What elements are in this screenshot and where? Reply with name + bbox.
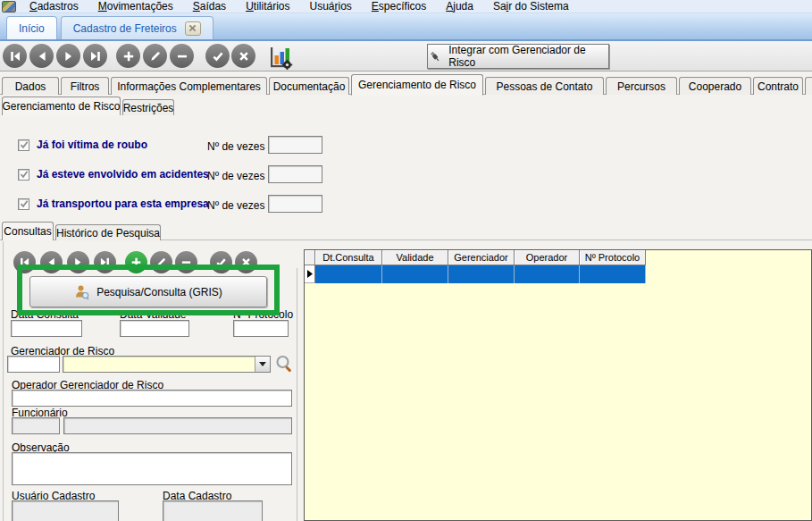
previous-record-icon [46, 256, 57, 268]
menu-item-usuarios[interactable]: Usuários [299, 0, 361, 13]
gray-check-icon [20, 199, 29, 208]
times-input-2[interactable] [268, 165, 322, 183]
plus-icon [122, 50, 135, 63]
pencil-icon [155, 256, 167, 268]
window-tab-cadastro-freteiros[interactable]: Cadastro de Freteiros [61, 16, 213, 39]
cancel-button[interactable] [231, 44, 255, 68]
data-validade-label: Data Validade [120, 308, 187, 321]
tab-cooperado[interactable]: Cooperado [679, 77, 751, 95]
gray-check-icon [20, 140, 29, 149]
tab-historico-de-pesquisa[interactable]: Histórico de Pesquisa [55, 224, 161, 240]
data-consulta-input[interactable] [11, 320, 82, 337]
funcionario-codigo-input[interactable] [12, 417, 60, 434]
menu-item-especificos[interactable]: Específicos [362, 0, 436, 13]
tab-contrato[interactable]: Contrato [753, 77, 803, 95]
search-magnifier-icon[interactable] [274, 354, 295, 374]
subtab-gerenciamento-de-risco[interactable]: Gerenciamento de Risco [2, 97, 121, 115]
num-protocolo-input[interactable] [233, 320, 289, 337]
next-record-button[interactable] [56, 44, 80, 68]
menu-item-movimentacoes[interactable]: Movimentações [88, 0, 183, 13]
grid-col-dt-consulta[interactable]: Dt.Consulta [315, 250, 382, 265]
integrate-risk-manager-button[interactable]: Integrar com Gerenciador de Risco [427, 44, 609, 69]
tab-consultas[interactable]: Consultas [2, 222, 54, 240]
data-consulta-label: Data Consulta [11, 308, 79, 321]
usuario-cadastro-input[interactable] [12, 500, 119, 521]
consult-edit-record-button[interactable] [150, 251, 172, 273]
grid-cell[interactable] [315, 265, 382, 283]
menu-item-ajuda[interactable]: Ajuda [436, 0, 483, 13]
plus-icon [130, 256, 142, 268]
consult-delete-record-button[interactable] [175, 251, 197, 273]
tab-dados[interactable]: Dados [2, 77, 59, 95]
menu-item-cadastros[interactable]: Cadastros [20, 0, 88, 13]
combo-dropdown-button[interactable] [255, 357, 270, 372]
data-cadastro-input[interactable] [163, 500, 263, 521]
checkbox-acidentes[interactable] [18, 169, 29, 181]
operador-input[interactable] [12, 390, 292, 407]
times-input-1[interactable] [268, 136, 322, 154]
tab-partial-clipped[interactable]: M [805, 77, 812, 95]
observacao-textarea[interactable] [12, 452, 292, 485]
window-tab-strip: Início Cadastro de Freteiros [0, 13, 812, 41]
consult-confirm-button[interactable] [210, 251, 232, 273]
add-record-button[interactable] [116, 44, 140, 68]
tab-gerenciamento-de-risco[interactable]: Gerenciamento de Risco [351, 74, 483, 96]
grid-cell[interactable] [448, 265, 515, 283]
grid-col-validade[interactable]: Validade [382, 250, 448, 265]
grid-col-num-protocolo[interactable]: Nº Protocolo [580, 250, 646, 265]
consult-next-record-button[interactable] [67, 251, 89, 273]
last-record-icon [89, 50, 102, 63]
grid-cell[interactable] [515, 265, 580, 283]
delete-record-button[interactable] [170, 44, 194, 68]
last-record-button[interactable] [83, 44, 107, 68]
tab-documentacao[interactable]: Documentação [269, 77, 349, 95]
grid-col-operador[interactable]: Operador [515, 250, 580, 265]
close-tab-icon[interactable] [185, 21, 201, 36]
times-input-3[interactable] [268, 195, 322, 213]
tab-filtros[interactable]: Filtros [61, 77, 109, 95]
consultas-grid[interactable]: Dt.Consulta Validade Gerenciador Operado… [304, 249, 812, 521]
first-record-icon [19, 256, 30, 268]
times-label-1: Nº de vezes [207, 140, 264, 153]
minus-icon [176, 50, 188, 63]
panel-left-edge [3, 241, 4, 521]
last-record-icon [99, 256, 111, 268]
consult-add-record-button[interactable] [125, 251, 147, 273]
grid-header-row: Dt.Consulta Validade Gerenciador Operado… [305, 250, 811, 265]
edit-record-button[interactable] [143, 44, 167, 68]
grid-cell[interactable] [580, 265, 646, 283]
grid-col-gerenciador[interactable]: Gerenciador [448, 250, 515, 265]
gerenciador-combo[interactable] [63, 356, 271, 373]
confirm-button[interactable] [205, 44, 230, 68]
first-record-button[interactable] [3, 44, 27, 68]
consult-last-record-button[interactable] [94, 251, 116, 273]
pesquisa-consulta-gris-button[interactable]: Pesquisa/Consulta (GRIS) [29, 276, 267, 307]
checkbox-vitima-roubo[interactable] [18, 139, 29, 151]
tab-percursos[interactable]: Percursos [606, 77, 677, 95]
window-tab-inicio[interactable]: Início [6, 16, 57, 39]
integrate-button-label: Integrar com Gerenciador de Risco [448, 44, 608, 69]
menu-item-utilitarios[interactable]: Utilitários [236, 0, 299, 13]
chart-report-button[interactable] [267, 43, 294, 70]
tab-pessoas-de-contato[interactable]: Pessoas de Contato [485, 77, 604, 95]
consult-cancel-button[interactable] [235, 251, 257, 273]
consult-first-record-button[interactable] [13, 251, 36, 273]
grid-cell[interactable] [382, 265, 448, 283]
menu-item-saidas[interactable]: Saídas [183, 0, 236, 13]
gray-check-icon [20, 170, 29, 179]
gerenciador-codigo-input[interactable] [7, 356, 60, 373]
check-icon [212, 50, 224, 63]
pesquisa-button-label: Pesquisa/Consulta (GRIS) [96, 286, 222, 298]
x-icon [240, 256, 252, 268]
menu-item-sair-do-sistema[interactable]: Sair do Sistema [483, 0, 579, 13]
consult-previous-record-button[interactable] [40, 251, 63, 273]
previous-record-button[interactable] [29, 44, 54, 68]
data-validade-input[interactable] [120, 320, 189, 337]
tab-informacoes-complementares[interactable]: Informações Complementares [111, 77, 267, 95]
subtab-restricoes[interactable]: Restrições [122, 99, 174, 115]
check-row-vitima-roubo: Já foi vítima de roubo [18, 139, 147, 151]
app-window: Cadastros Movimentações Saídas Utilitári… [0, 0, 812, 521]
checkbox-transportou[interactable] [18, 198, 29, 210]
grid-selected-row[interactable] [305, 265, 811, 283]
funcionario-nome-input[interactable] [63, 417, 292, 434]
